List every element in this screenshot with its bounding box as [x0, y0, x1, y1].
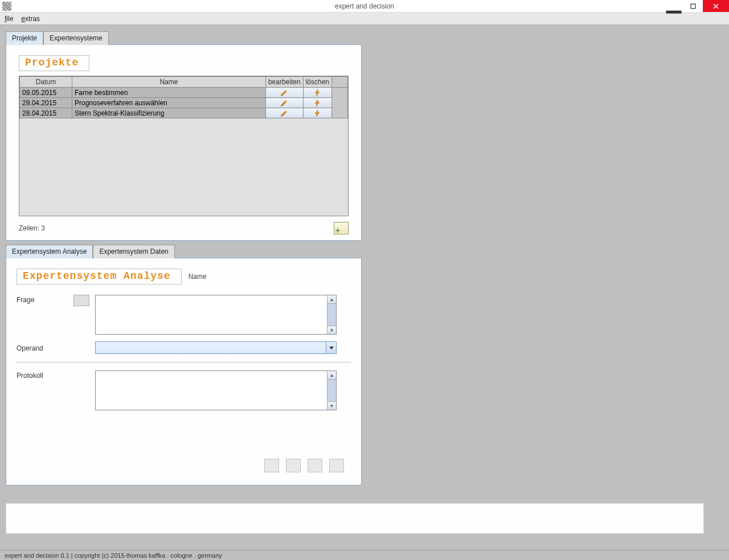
table-header-row: Datum Name bearbeiten löschen	[20, 77, 348, 88]
lower-tab-container: Expertensystem Analyse Expertensystem Da…	[6, 244, 362, 485]
operand-label: Operand	[17, 343, 73, 352]
tab-daten[interactable]: Expertensystem Daten	[93, 245, 174, 258]
window-titlebar: expert and decision	[0, 0, 729, 13]
cell-date: 29.04.2015	[20, 98, 72, 108]
window-controls	[664, 0, 729, 12]
action-button-3[interactable]	[308, 459, 322, 472]
operand-combobox[interactable]	[95, 341, 337, 354]
tab-analyse[interactable]: Expertensystem Analyse	[6, 245, 93, 258]
cell-date: 09.05.2015	[20, 88, 72, 98]
new-project-button[interactable]	[334, 222, 349, 234]
analyse-panel: Expertensystem Analyse Name Frage ▲ ▼ Op	[6, 258, 362, 485]
col-bearbeiten[interactable]: bearbeiten	[265, 77, 303, 88]
window-title: expert and decision	[335, 2, 394, 10]
frage-label: Frage	[17, 295, 73, 304]
delete-button[interactable]	[303, 88, 331, 98]
edit-button[interactable]	[265, 98, 303, 108]
scroll-down-icon[interactable]: ▼	[327, 401, 336, 410]
col-name[interactable]: Name	[72, 77, 266, 88]
row-operand: Operand	[17, 341, 351, 354]
upper-tabstrip: Projekte Expertensysteme	[6, 31, 362, 44]
lightning-icon	[313, 89, 321, 97]
analyse-name-label: Name	[189, 273, 207, 281]
app-icon	[2, 2, 11, 11]
projekte-footer: Zeilen: 3	[19, 222, 349, 234]
row-frage: Frage ▲ ▼	[17, 295, 351, 335]
scroll-down-icon[interactable]: ▼	[327, 326, 336, 334]
cell-date: 28.04.2015	[20, 108, 72, 118]
delete-button[interactable]	[303, 98, 331, 108]
lightning-icon	[313, 109, 321, 117]
analyse-heading: Expertensystem Analyse	[23, 270, 171, 282]
col-loeschen[interactable]: löschen	[303, 77, 331, 88]
workspace: Projekte Expertensysteme Projekte Datum …	[0, 25, 729, 550]
table-row[interactable]: 28.04.2015 Stern Spektral-Klassifizierun…	[20, 108, 348, 118]
col-datum[interactable]: Datum	[20, 77, 72, 88]
cell-name: Stern Spektral-Klassifizierung	[72, 108, 266, 118]
lightning-icon	[313, 99, 321, 107]
tab-projekte[interactable]: Projekte	[6, 31, 43, 45]
action-button-2[interactable]	[286, 459, 301, 472]
col-scroll	[332, 77, 348, 88]
edit-button[interactable]	[265, 108, 303, 118]
svg-rect-1	[691, 4, 695, 9]
cell-name: Prognoseverfahren auswählen	[72, 98, 266, 108]
menu-extras[interactable]: extras	[21, 15, 40, 23]
menubar: file extras	[0, 13, 729, 25]
row-count-label: Zeilen: 3	[19, 224, 45, 232]
scroll-up-icon[interactable]: ▲	[327, 295, 336, 304]
dropdown-icon[interactable]	[326, 342, 336, 353]
protokoll-scrollbar[interactable]: ▲ ▼	[327, 371, 336, 410]
edit-icon	[280, 89, 288, 97]
projekte-panel: Projekte Datum Name bearbeiten löschen	[6, 44, 362, 241]
analyse-heading-box: Expertensystem Analyse	[17, 269, 182, 285]
table-row[interactable]: 29.04.2015 Prognoseverfahren auswählen	[20, 98, 348, 108]
edit-icon	[280, 99, 288, 107]
tab-expertensysteme[interactable]: Expertensysteme	[43, 31, 109, 45]
table-scrollbar[interactable]	[332, 88, 348, 118]
message-area	[6, 503, 704, 534]
operand-value	[96, 342, 326, 353]
analyse-button-row	[264, 459, 344, 472]
frage-textarea[interactable]: ▲ ▼	[95, 295, 337, 335]
action-button-1[interactable]	[264, 459, 279, 472]
close-button[interactable]	[703, 0, 729, 12]
action-button-4[interactable]	[329, 459, 344, 472]
divider	[17, 362, 351, 363]
lower-tabstrip: Expertensystem Analyse Expertensystem Da…	[6, 244, 362, 258]
delete-button[interactable]	[303, 108, 331, 118]
statusbar: expert and decision 0.1 | copyright (c) …	[0, 550, 729, 560]
edit-icon	[280, 109, 288, 117]
projekte-heading: Projekte	[25, 57, 79, 68]
cell-name: Farne bestimmen	[72, 88, 266, 98]
analyse-header: Expertensystem Analyse Name	[17, 269, 351, 285]
protokoll-label: Protokoll	[17, 370, 73, 380]
statusbar-text: expert and decision 0.1 | copyright (c) …	[5, 552, 222, 559]
maximize-button[interactable]	[683, 0, 703, 12]
upper-tab-container: Projekte Expertensysteme Projekte Datum …	[6, 31, 362, 241]
frage-scrollbar[interactable]: ▲ ▼	[327, 295, 336, 334]
scroll-up-icon[interactable]: ▲	[327, 371, 336, 380]
row-protokoll: Protokoll ▲ ▼	[17, 370, 351, 410]
table-row[interactable]: 09.05.2015 Farne bestimmen	[20, 88, 348, 98]
frage-indicator	[73, 295, 89, 306]
projekte-heading-box: Projekte	[19, 55, 89, 71]
minimize-button[interactable]	[664, 0, 683, 12]
projekte-table: Datum Name bearbeiten löschen 09.05.2015…	[19, 76, 349, 216]
edit-button[interactable]	[265, 88, 303, 98]
menu-file[interactable]: file	[5, 15, 13, 23]
protokoll-textarea[interactable]: ▲ ▼	[95, 370, 337, 410]
